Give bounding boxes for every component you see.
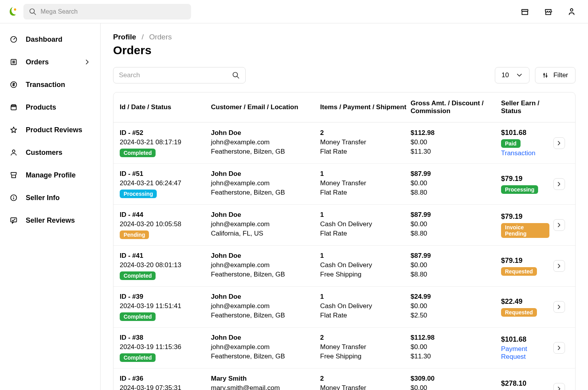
chevron-down-icon [516, 72, 523, 79]
sidebar-item-label: Transaction [26, 81, 65, 89]
sidebar-item-orders[interactable]: Orders [0, 51, 100, 73]
row-expand-button[interactable] [553, 342, 565, 354]
th-items: Items / Payment / Shipment [320, 103, 411, 111]
shipment-method: Flat Rate [320, 189, 407, 197]
mega-search[interactable] [23, 4, 191, 20]
th-id: Id / Date / Status [120, 103, 211, 111]
table-row: ID - #38 2024-03-19 11:15:36 Completed J… [113, 328, 575, 369]
order-date: 2024-03-19 11:51:41 [120, 302, 207, 310]
status-badge: Completed [120, 353, 156, 362]
row-expand-button[interactable] [553, 383, 565, 390]
topbar [0, 0, 588, 23]
table-row: ID - #36 2024-03-19 07:35:31 Processing … [113, 369, 575, 390]
discount-amount: $0.00 [411, 261, 497, 269]
commission-amount: $8.80 [411, 271, 497, 278]
payment-method: Cash On Delivery [320, 302, 407, 310]
shipment-method: Flat Rate [320, 148, 407, 156]
order-date: 2024-03-21 06:24:47 [120, 179, 207, 187]
status-badge: Pending [120, 230, 149, 239]
page-size-select[interactable]: 10 [495, 67, 530, 83]
sidebar-item-label: Customers [26, 149, 62, 157]
earn-link[interactable]: Payment Request [501, 345, 549, 361]
row-expand-button[interactable] [553, 178, 565, 190]
row-expand-button[interactable] [553, 301, 565, 313]
shop-icon[interactable] [520, 7, 530, 16]
customer-name: John Doe [211, 170, 316, 178]
discount-amount: $0.00 [411, 343, 497, 351]
table-header: Id / Date / Status Customer / Email / Lo… [113, 92, 575, 122]
sidebar-item-seller-reviews[interactable]: Seller Reviews [0, 209, 100, 232]
order-id: ID - #44 [120, 211, 207, 219]
row-expand-button[interactable] [553, 219, 565, 231]
sidebar-item-label: Product Reviews [26, 126, 82, 134]
sidebar-item-seller-info[interactable]: Seller Info [0, 186, 100, 209]
earn-amount: $101.68 [501, 335, 549, 344]
box-icon [9, 103, 18, 112]
payment-method: Money Transfer [320, 179, 407, 187]
sidebar: Dashboard Orders Transaction Products Pr… [0, 23, 101, 390]
sidebar-item-transaction[interactable]: Transaction [0, 73, 100, 96]
customer-name: John Doe [211, 129, 316, 137]
sliders-icon [542, 72, 549, 79]
customer-email: john@example.com [211, 179, 316, 187]
sidebar-item-label: Orders [26, 58, 49, 66]
shipment-method: Free Shipping [320, 353, 407, 360]
search-icon [29, 8, 37, 16]
info-icon [9, 193, 18, 202]
th-gross: Gross Amt. / Discount / Commission [411, 99, 501, 115]
search-icon [232, 71, 240, 79]
table-search-input[interactable] [119, 71, 232, 79]
gross-amount: $24.99 [411, 293, 497, 301]
item-count: 1 [320, 211, 407, 219]
app-logo[interactable] [7, 6, 19, 18]
breadcrumb-current: Orders [149, 33, 172, 41]
breadcrumb: Profile / Orders [113, 33, 576, 41]
breadcrumb-root[interactable]: Profile [113, 33, 136, 41]
gross-amount: $112.98 [411, 129, 497, 137]
customer-email: mary.smith@email.com [211, 384, 316, 390]
sidebar-item-products[interactable]: Products [0, 96, 100, 119]
sidebar-item-manage-profile[interactable]: Manage Profile [0, 164, 100, 186]
discount-amount: $0.00 [411, 179, 497, 187]
gross-amount: $87.99 [411, 252, 497, 260]
gross-amount: $112.98 [411, 334, 497, 342]
row-expand-button[interactable] [553, 260, 565, 272]
customer-name: John Doe [211, 334, 316, 342]
account-icon[interactable] [567, 7, 576, 16]
commission-amount: $2.50 [411, 312, 497, 319]
row-expand-button[interactable] [553, 137, 565, 149]
sidebar-item-label: Dashboard [26, 35, 62, 44]
order-date: 2024-03-21 08:17:19 [120, 138, 207, 146]
marketplace-icon[interactable] [544, 7, 553, 16]
sidebar-item-product-reviews[interactable]: Product Reviews [0, 119, 100, 141]
earn-status-badge: Requested [501, 267, 537, 276]
item-count: 1 [320, 170, 407, 178]
filter-label: Filter [553, 71, 568, 79]
customer-location: Featherstone, Bilzen, GB [211, 353, 316, 360]
table-row: ID - #44 2024-03-20 10:05:58 Pending Joh… [113, 205, 575, 246]
customer-email: john@example.com [211, 138, 316, 146]
sidebar-item-label: Manage Profile [26, 171, 76, 179]
earn-status-badge: Paid [501, 139, 521, 148]
item-count: 1 [320, 252, 407, 260]
orders-table: Id / Date / Status Customer / Email / Lo… [113, 92, 576, 390]
sidebar-item-dashboard[interactable]: Dashboard [0, 28, 100, 51]
order-date: 2024-03-20 08:01:13 [120, 261, 207, 269]
filter-button[interactable]: Filter [535, 67, 576, 83]
status-badge: Processing [120, 190, 157, 198]
earn-link[interactable]: Transaction [501, 149, 549, 157]
status-badge: Completed [120, 312, 156, 321]
main-content: Profile / Orders Orders 10 Filter Id / D… [101, 23, 588, 390]
star-icon [9, 126, 18, 134]
order-date: 2024-03-19 11:15:36 [120, 343, 207, 351]
customer-email: john@example.com [211, 220, 316, 228]
commission-amount: $8.80 [411, 230, 497, 238]
item-count: 2 [320, 375, 407, 383]
mega-search-input[interactable] [41, 8, 186, 15]
sidebar-item-customers[interactable]: Customers [0, 141, 100, 164]
chevron-right-icon [84, 58, 91, 66]
discount-amount: $0.00 [411, 302, 497, 310]
table-row: ID - #52 2024-03-21 08:17:19 Completed J… [113, 122, 575, 164]
table-row: ID - #41 2024-03-20 08:01:13 Completed J… [113, 246, 575, 287]
table-search[interactable] [113, 67, 246, 83]
